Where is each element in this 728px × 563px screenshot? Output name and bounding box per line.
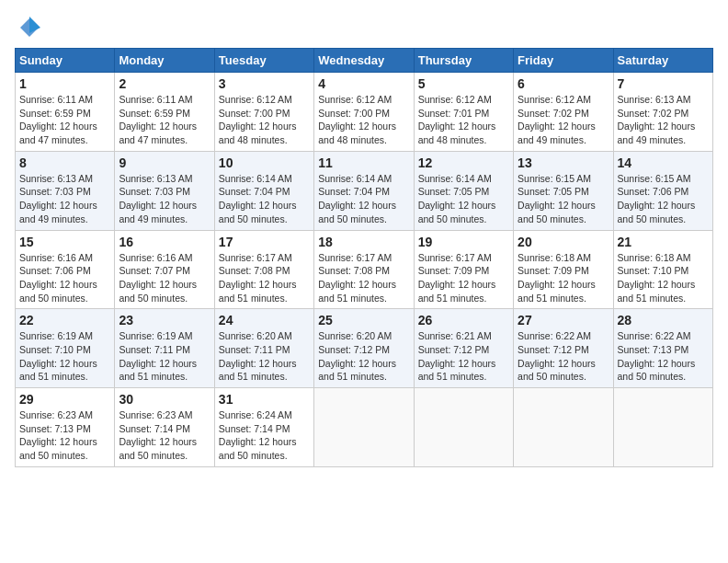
page-header [15,15,713,40]
day-info: Sunrise: 6:15 AMSunset: 7:05 PMDaylight:… [518,172,609,226]
calendar-cell: 4Sunrise: 6:12 AMSunset: 7:00 PMDaylight… [314,73,414,152]
day-info: Sunrise: 6:19 AMSunset: 7:11 PMDaylight:… [119,329,210,384]
day-info: Sunrise: 6:12 AMSunset: 7:01 PMDaylight:… [418,93,509,147]
day-info: Sunrise: 6:14 AMSunset: 7:04 PMDaylight:… [219,172,310,226]
day-number: 21 [618,235,709,249]
day-number: 7 [618,76,709,91]
calendar-week-row: 8Sunrise: 6:13 AMSunset: 7:03 PMDaylight… [16,151,713,230]
day-info: Sunrise: 6:14 AMSunset: 7:04 PMDaylight:… [318,172,409,226]
day-info: Sunrise: 6:13 AMSunset: 7:03 PMDaylight:… [19,172,110,226]
day-info: Sunrise: 6:21 AMSunset: 7:12 PMDaylight:… [418,329,509,384]
day-info: Sunrise: 6:11 AMSunset: 6:59 PMDaylight:… [19,93,110,147]
day-number: 15 [19,235,110,249]
day-info: Sunrise: 6:20 AMSunset: 7:11 PMDaylight:… [219,329,310,384]
day-number: 20 [518,235,609,249]
day-number: 16 [119,235,210,249]
calendar-cell: 19Sunrise: 6:17 AMSunset: 7:09 PMDayligh… [414,230,513,309]
calendar-cell: 12Sunrise: 6:14 AMSunset: 7:05 PMDayligh… [414,151,513,230]
day-number: 9 [119,155,210,170]
day-info: Sunrise: 6:14 AMSunset: 7:05 PMDaylight:… [418,172,509,226]
day-info: Sunrise: 6:16 AMSunset: 7:07 PMDaylight:… [119,251,210,305]
calendar-header-row: SundayMondayTuesdayWednesdayThursdayFrid… [16,49,713,73]
day-number: 12 [418,155,509,170]
calendar-day-header: Tuesday [214,49,313,73]
day-number: 4 [318,76,409,91]
day-info: Sunrise: 6:17 AMSunset: 7:08 PMDaylight:… [219,251,310,305]
calendar-cell: 27Sunrise: 6:22 AMSunset: 7:12 PMDayligh… [514,309,613,388]
day-number: 8 [19,155,110,170]
day-number: 28 [618,313,709,327]
day-info: Sunrise: 6:20 AMSunset: 7:12 PMDaylight:… [318,329,409,384]
day-number: 22 [19,313,110,327]
calendar-cell: 9Sunrise: 6:13 AMSunset: 7:03 PMDaylight… [115,151,214,230]
calendar-cell [514,388,613,467]
day-number: 27 [518,313,609,327]
calendar-cell: 28Sunrise: 6:22 AMSunset: 7:13 PMDayligh… [613,309,712,388]
calendar-cell: 2Sunrise: 6:11 AMSunset: 6:59 PMDaylight… [115,73,214,152]
day-info: Sunrise: 6:12 AMSunset: 7:00 PMDaylight:… [219,93,310,147]
day-info: Sunrise: 6:23 AMSunset: 7:14 PMDaylight:… [119,408,210,463]
day-info: Sunrise: 6:23 AMSunset: 7:13 PMDaylight:… [19,408,110,463]
calendar-cell: 13Sunrise: 6:15 AMSunset: 7:05 PMDayligh… [514,151,613,230]
day-number: 11 [318,155,409,170]
calendar-cell: 22Sunrise: 6:19 AMSunset: 7:10 PMDayligh… [16,309,115,388]
day-number: 26 [418,313,509,327]
day-number: 23 [119,313,210,327]
calendar-cell: 7Sunrise: 6:13 AMSunset: 7:02 PMDaylight… [613,73,712,152]
day-number: 31 [219,392,310,407]
day-info: Sunrise: 6:13 AMSunset: 7:02 PMDaylight:… [618,93,709,147]
calendar-week-row: 22Sunrise: 6:19 AMSunset: 7:10 PMDayligh… [16,309,713,388]
day-info: Sunrise: 6:13 AMSunset: 7:03 PMDaylight:… [119,172,210,226]
calendar-week-row: 29Sunrise: 6:23 AMSunset: 7:13 PMDayligh… [16,388,713,467]
day-info: Sunrise: 6:22 AMSunset: 7:13 PMDaylight:… [618,329,709,384]
calendar-cell: 8Sunrise: 6:13 AMSunset: 7:03 PMDaylight… [16,151,115,230]
day-number: 13 [518,155,609,170]
day-number: 14 [618,155,709,170]
day-info: Sunrise: 6:22 AMSunset: 7:12 PMDaylight:… [518,329,609,384]
day-number: 30 [119,392,210,407]
calendar-day-header: Sunday [16,49,115,73]
calendar-cell: 21Sunrise: 6:18 AMSunset: 7:10 PMDayligh… [613,230,712,309]
day-info: Sunrise: 6:16 AMSunset: 7:06 PMDaylight:… [19,251,110,305]
day-info: Sunrise: 6:12 AMSunset: 7:00 PMDaylight:… [318,93,409,147]
calendar-day-header: Saturday [613,49,712,73]
calendar-cell: 16Sunrise: 6:16 AMSunset: 7:07 PMDayligh… [115,230,214,309]
day-number: 3 [219,76,310,91]
calendar-cell: 20Sunrise: 6:18 AMSunset: 7:09 PMDayligh… [514,230,613,309]
calendar-day-header: Monday [115,49,214,73]
logo-icon [17,15,42,40]
day-number: 5 [418,76,509,91]
calendar-cell: 31Sunrise: 6:24 AMSunset: 7:14 PMDayligh… [214,388,313,467]
calendar-cell: 25Sunrise: 6:20 AMSunset: 7:12 PMDayligh… [314,309,414,388]
calendar-cell: 24Sunrise: 6:20 AMSunset: 7:11 PMDayligh… [214,309,313,388]
day-info: Sunrise: 6:24 AMSunset: 7:14 PMDaylight:… [219,408,310,463]
calendar-cell: 18Sunrise: 6:17 AMSunset: 7:08 PMDayligh… [314,230,414,309]
calendar-cell: 30Sunrise: 6:23 AMSunset: 7:14 PMDayligh… [115,388,214,467]
calendar-cell: 6Sunrise: 6:12 AMSunset: 7:02 PMDaylight… [514,73,613,152]
day-number: 18 [318,235,409,249]
calendar-week-row: 15Sunrise: 6:16 AMSunset: 7:06 PMDayligh… [16,230,713,309]
calendar-day-header: Friday [514,49,613,73]
calendar-cell: 14Sunrise: 6:15 AMSunset: 7:06 PMDayligh… [613,151,712,230]
calendar-cell: 10Sunrise: 6:14 AMSunset: 7:04 PMDayligh… [214,151,313,230]
calendar-cell [314,388,414,467]
calendar-week-row: 1Sunrise: 6:11 AMSunset: 6:59 PMDaylight… [16,73,713,152]
calendar-cell: 26Sunrise: 6:21 AMSunset: 7:12 PMDayligh… [414,309,513,388]
calendar-day-header: Thursday [414,49,513,73]
day-info: Sunrise: 6:17 AMSunset: 7:09 PMDaylight:… [418,251,509,305]
calendar-cell: 23Sunrise: 6:19 AMSunset: 7:11 PMDayligh… [115,309,214,388]
day-info: Sunrise: 6:11 AMSunset: 6:59 PMDaylight:… [119,93,210,147]
day-number: 1 [19,76,110,91]
calendar-cell: 1Sunrise: 6:11 AMSunset: 6:59 PMDaylight… [16,73,115,152]
calendar-cell: 15Sunrise: 6:16 AMSunset: 7:06 PMDayligh… [16,230,115,309]
day-number: 10 [219,155,310,170]
calendar-table: SundayMondayTuesdayWednesdayThursdayFrid… [15,48,713,467]
day-info: Sunrise: 6:18 AMSunset: 7:10 PMDaylight:… [618,251,709,305]
day-number: 2 [119,76,210,91]
calendar-day-header: Wednesday [314,49,414,73]
calendar-cell: 3Sunrise: 6:12 AMSunset: 7:00 PMDaylight… [214,73,313,152]
day-number: 25 [318,313,409,327]
day-info: Sunrise: 6:12 AMSunset: 7:02 PMDaylight:… [518,93,609,147]
day-number: 29 [19,392,110,407]
calendar-cell: 5Sunrise: 6:12 AMSunset: 7:01 PMDaylight… [414,73,513,152]
